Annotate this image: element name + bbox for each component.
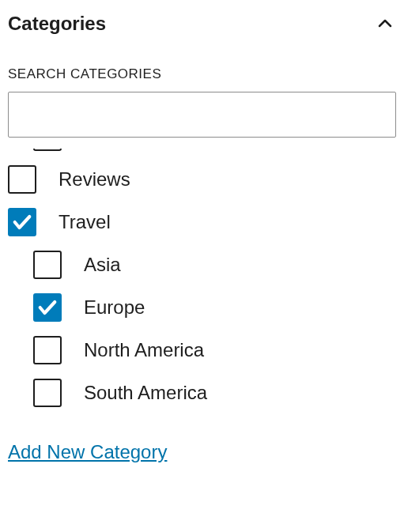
- category-label: Travel: [59, 211, 111, 233]
- category-label: Europe: [84, 296, 145, 319]
- category-label: Asia: [84, 254, 121, 276]
- category-label: Reviews: [59, 168, 130, 191]
- panel-title: Categories: [8, 13, 106, 35]
- category-item: Europe: [8, 286, 396, 329]
- category-label: South America: [84, 382, 207, 404]
- category-item: Asia: [8, 243, 396, 286]
- category-item: South America: [8, 372, 396, 414]
- category-checkbox[interactable]: [8, 165, 36, 194]
- add-new-category-link[interactable]: Add New Category: [8, 441, 167, 463]
- category-checkbox[interactable]: [33, 336, 62, 364]
- category-checkbox[interactable]: [33, 251, 62, 279]
- category-checkbox[interactable]: [33, 149, 62, 151]
- category-item: Travel: [8, 201, 396, 243]
- category-item: Snacks: [8, 149, 396, 158]
- category-list: SnacksReviewsTravelAsiaEuropeNorth Ameri…: [8, 149, 396, 414]
- category-item: Reviews: [8, 158, 396, 201]
- panel-header[interactable]: Categories: [8, 13, 396, 35]
- search-input[interactable]: [8, 92, 396, 138]
- chevron-up-icon[interactable]: [374, 13, 396, 35]
- category-checkbox[interactable]: [33, 379, 62, 407]
- category-checkbox[interactable]: [8, 208, 36, 236]
- search-categories-label: SEARCH CATEGORIES: [8, 66, 396, 82]
- category-item: North America: [8, 329, 396, 372]
- category-label: North America: [84, 339, 204, 361]
- category-checkbox[interactable]: [33, 293, 62, 322]
